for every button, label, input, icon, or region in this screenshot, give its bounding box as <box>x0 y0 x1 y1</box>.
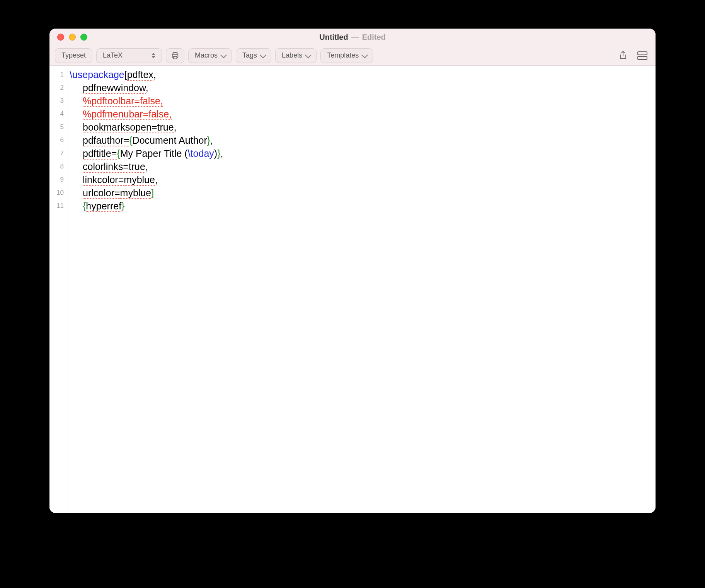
updown-icon <box>152 53 155 58</box>
svg-rect-3 <box>638 52 647 55</box>
printer-icon <box>171 51 179 60</box>
line-number: 3 <box>49 94 68 107</box>
chevron-down-icon <box>305 52 312 58</box>
line-number: 10 <box>49 186 68 199</box>
engine-label: LaTeX <box>103 51 123 59</box>
latex-comment: %pdftoolbar=false, <box>83 95 163 107</box>
share-icon <box>618 51 628 61</box>
latex-command: \usepackage <box>70 69 124 80</box>
line-number: 11 <box>49 199 68 212</box>
tags-label: Tags <box>242 51 257 59</box>
editor-window: Untitled — Edited Typeset LaTeX Macros T… <box>49 29 656 513</box>
line-number: 9 <box>49 173 68 186</box>
title-text: Untitled <box>319 33 348 42</box>
chevron-down-icon <box>220 52 227 58</box>
latex-comment: %pdfmenubar=false, <box>83 109 172 120</box>
line-gutter: 1 2 3 4 5 6 7 8 9 10 11 <box>49 66 68 513</box>
templates-label: Templates <box>327 51 359 59</box>
line-number: 8 <box>49 160 68 173</box>
line-number: 2 <box>49 81 68 94</box>
editor-area: 1 2 3 4 5 6 7 8 9 10 11 \usepackage[pdft… <box>49 66 656 513</box>
traffic-lights <box>57 34 87 41</box>
zoom-icon[interactable] <box>80 34 87 41</box>
labels-label: Labels <box>282 51 302 59</box>
macros-menu[interactable]: Macros <box>188 48 232 63</box>
templates-menu[interactable]: Templates <box>320 48 373 63</box>
print-button[interactable] <box>166 48 184 63</box>
toolbar: Typeset LaTeX Macros Tags Labels Templat… <box>49 46 656 66</box>
line-number: 4 <box>49 107 68 121</box>
chevron-down-icon <box>361 52 368 58</box>
line-number: 6 <box>49 134 68 147</box>
svg-rect-2 <box>173 56 177 58</box>
window-title: Untitled — Edited <box>49 33 656 42</box>
code-area[interactable]: \usepackage[pdftex, pdfnewwindow, %pdfto… <box>68 66 656 513</box>
title-status: Edited <box>362 33 386 42</box>
split-view-button[interactable] <box>635 48 650 63</box>
tags-menu[interactable]: Tags <box>236 48 271 63</box>
macros-label: Macros <box>195 51 218 59</box>
line-number: 1 <box>49 68 68 81</box>
labels-menu[interactable]: Labels <box>275 48 317 63</box>
typeset-button[interactable]: Typeset <box>55 48 92 63</box>
titlebar: Untitled — Edited <box>49 29 656 46</box>
close-icon[interactable] <box>57 34 64 41</box>
minimize-icon[interactable] <box>69 34 76 41</box>
share-button[interactable] <box>615 48 631 63</box>
line-number: 7 <box>49 147 68 160</box>
engine-select[interactable]: LaTeX <box>96 48 162 63</box>
svg-rect-4 <box>638 56 647 59</box>
typeset-label: Typeset <box>61 51 86 59</box>
title-separator: — <box>351 33 359 42</box>
line-number: 5 <box>49 121 68 134</box>
chevron-down-icon <box>260 52 266 58</box>
split-icon <box>637 51 648 60</box>
